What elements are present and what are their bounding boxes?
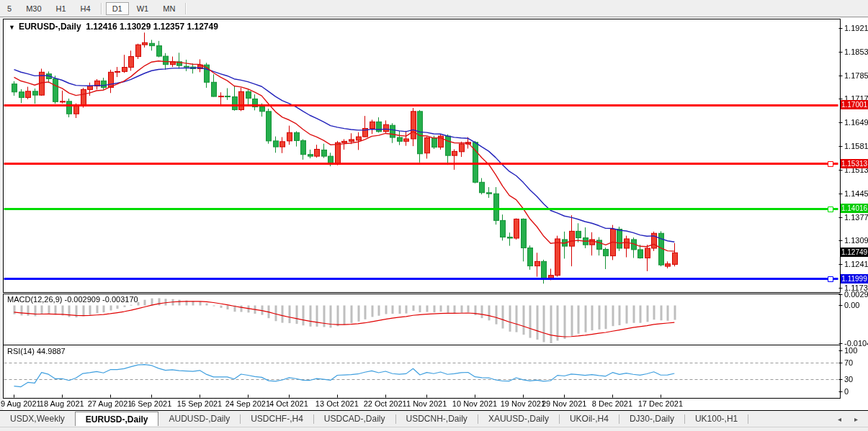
chart-bottom-border — [0, 410, 868, 411]
rsi-indicator-label: RSI(14) 44.9887 — [7, 347, 66, 355]
tab-usdchf-h4[interactable]: USDCHF-,H4 — [241, 412, 313, 426]
current-price-badge: 1.12749 — [841, 248, 868, 257]
level-price-badge: 1.14016 — [841, 204, 868, 213]
tab-eurusd-daily[interactable]: EURUSD-,Daily — [75, 412, 159, 426]
ohlc-high: 1.13029 — [120, 22, 151, 32]
tab-separator — [748, 414, 748, 424]
price-axis-label: 1.17850 — [844, 71, 868, 80]
status-strip — [0, 427, 868, 431]
rsi-axis-label: 30 — [844, 375, 853, 384]
rsi-axis-label: 0 — [844, 387, 849, 396]
date-axis-label: 17 Dec 2021 — [638, 399, 683, 408]
price-axis-label: 1.13770 — [844, 213, 868, 222]
price-axis-label: 1.19210 — [844, 24, 868, 32]
trading-terminal: 5M30H1H4D1W1MN ▼EURUSD-,Daily 1.12416 1.… — [0, 0, 868, 431]
rsi-value: 44.9887 — [37, 347, 66, 355]
ohlc-close: 1.12749 — [187, 22, 218, 32]
date-axis-label: 9 Aug 2021 — [1, 399, 41, 408]
date-axis-label: 13 Oct 2021 — [316, 399, 359, 408]
rsi-axis-label: 100 — [844, 346, 857, 355]
tab-scroll-arrows: ◂▸ — [838, 412, 868, 426]
date-axis-label: 22 Oct 2021 — [364, 399, 407, 408]
date-axis-label: 18 Aug 2021 — [40, 399, 84, 408]
price-axis-label: 1.14450 — [844, 189, 868, 198]
macd-axis-label: 0.00 — [844, 301, 859, 309]
price-axis-label: 1.13090 — [844, 236, 868, 245]
date-axis-label: 8 Dec 2021 — [592, 399, 632, 408]
level-price-badge: 1.15313 — [841, 159, 868, 168]
tab-xauusd-daily[interactable]: XAUUSD-,Daily — [478, 412, 559, 426]
chart-symbol-label: EURUSD-,Daily — [19, 22, 81, 32]
tab-ukoil-h4[interactable]: UKOil-,H4 — [560, 412, 619, 426]
ohlc-open: 1.12416 — [86, 22, 117, 32]
ohlc-low: 1.12357 — [153, 22, 184, 32]
chart-title: ▼EURUSD-,Daily 1.12416 1.13029 1.12357 1… — [9, 22, 218, 32]
tab-dj30-daily[interactable]: DJ30-,Daily — [619, 412, 684, 426]
date-axis-label: 10 Nov 2021 — [452, 399, 497, 408]
chart-canvas[interactable] — [0, 0, 868, 431]
date-axis-label: 29 Nov 2021 — [542, 399, 586, 408]
date-axis-label: 1 Nov 2021 — [406, 399, 447, 408]
chart-tab-bar: USDX,WeeklyEURUSD-,DailyAUDUSD-,DailyUSD… — [0, 412, 868, 426]
macd-indicator-label: MACD(12,26,9) -0.002909 -0.003170 — [7, 295, 138, 304]
rsi-axis-label: 70 — [844, 358, 853, 367]
level-price-badge: 1.11999 — [841, 274, 868, 283]
tab-usdcnh-daily[interactable]: USDCNH-,Daily — [396, 412, 478, 426]
date-axis-label: 27 Aug 2021 — [88, 399, 133, 408]
date-axis-label: 4 Oct 2021 — [269, 399, 308, 408]
date-axis-label: 24 Sep 2021 — [225, 399, 270, 408]
level-price-badge: 1.17001 — [841, 100, 868, 109]
tab-usdx-weekly[interactable]: USDX,Weekly — [0, 412, 75, 426]
price-axis-label: 1.12410 — [844, 260, 868, 268]
macd-axis-label: 0.002966 — [844, 290, 868, 299]
tab-usdcad-daily[interactable]: USDCAD-,Daily — [314, 412, 395, 426]
price-axis-label: 1.15810 — [844, 142, 868, 150]
date-axis-label: 6 Sep 2021 — [131, 399, 171, 408]
price-axis-label: 1.18530 — [844, 47, 868, 56]
macd-values: -0.002909 -0.003170 — [64, 295, 138, 304]
tab-uk100-h1[interactable]: UK100-,H1 — [685, 412, 748, 426]
tab-audusd-daily[interactable]: AUDUSD-,Daily — [158, 412, 240, 426]
tab-scroll-right-icon[interactable]: ▸ — [854, 415, 858, 423]
price-axis-label: 1.16490 — [844, 118, 868, 127]
collapse-triangle-icon[interactable]: ▼ — [9, 24, 15, 31]
tab-scroll-left-icon[interactable]: ◂ — [838, 415, 841, 423]
date-axis-label: 15 Sep 2021 — [177, 399, 222, 408]
date-axis-label: 19 Nov 2021 — [501, 399, 545, 408]
